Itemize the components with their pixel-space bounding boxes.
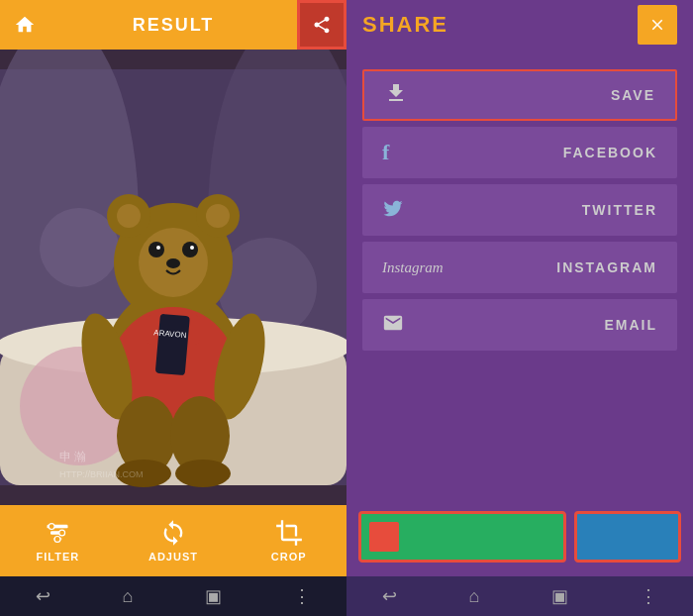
more-nav-icon-right[interactable]: ⋮ — [640, 585, 657, 607]
back-nav-icon-left[interactable]: ↩ — [36, 585, 50, 607]
adjust-toolbar-item[interactable]: ADJUST — [144, 519, 203, 563]
svg-point-11 — [117, 204, 141, 228]
svg-point-3 — [40, 208, 119, 287]
recent-nav-icon-left[interactable]: ▣ — [205, 585, 222, 607]
svg-text:申 瀚: 申 瀚 — [59, 450, 86, 463]
result-title: RESULT — [133, 15, 215, 36]
left-header: RESULT — [0, 0, 346, 50]
instagram-label: INSTAGRAM — [556, 259, 657, 275]
email-label: EMAIL — [604, 317, 657, 333]
crop-toolbar-item[interactable]: CROP — [259, 519, 319, 563]
save-icon — [384, 81, 414, 110]
bottom-buttons-area — [346, 497, 693, 576]
svg-point-27 — [175, 460, 231, 487]
svg-point-15 — [148, 242, 164, 257]
right-panel: SHARE SAVE f FACEBOOK — [346, 0, 693, 616]
home-nav-icon-left[interactable]: ⌂ — [122, 586, 133, 607]
email-icon — [382, 312, 412, 339]
svg-point-36 — [59, 530, 65, 536]
svg-point-16 — [182, 242, 198, 257]
svg-point-19 — [166, 258, 180, 268]
nav-bar-left: ↩ ⌂ ▣ ⋮ — [0, 576, 346, 616]
blue-action-button[interactable] — [574, 511, 681, 563]
instagram-menu-item[interactable]: Instagram INSTAGRAM — [362, 242, 677, 293]
svg-point-17 — [156, 246, 160, 250]
bottom-toolbar: FILTER ADJUST CROP — [0, 505, 346, 576]
back-nav-icon-right[interactable]: ↩ — [382, 585, 397, 607]
email-menu-item[interactable]: EMAIL — [362, 299, 677, 351]
save-label: SAVE — [611, 87, 655, 103]
instagram-icon: Instagram — [382, 259, 444, 276]
image-area: ARAVON 申 瀚 HTTP://BRIIAN.COM — [0, 50, 346, 505]
more-nav-icon-left[interactable]: ⋮ — [293, 585, 311, 607]
left-panel: RESULT — [0, 0, 346, 616]
green-action-button[interactable] — [358, 511, 566, 563]
svg-rect-28 — [155, 314, 190, 375]
facebook-label: FACEBOOK — [563, 145, 657, 160]
share-title: SHARE — [362, 12, 448, 38]
right-header: SHARE — [346, 0, 693, 50]
twitter-label: TWITTER — [582, 202, 657, 218]
facebook-icon: f — [382, 140, 412, 165]
home-nav-icon-right[interactable]: ⌂ — [468, 586, 479, 607]
twitter-menu-item[interactable]: TWITTER — [362, 184, 677, 236]
filter-toolbar-item[interactable]: FILTER — [28, 519, 87, 563]
svg-point-18 — [190, 246, 194, 250]
nav-bar-right: ↩ ⌂ ▣ ⋮ — [346, 576, 693, 616]
svg-text:HTTP://BRIIAN.COM: HTTP://BRIIAN.COM — [59, 469, 144, 479]
facebook-menu-item[interactable]: f FACEBOOK — [362, 127, 677, 178]
close-button[interactable] — [638, 5, 677, 45]
twitter-icon — [382, 197, 412, 224]
save-menu-item[interactable]: SAVE — [362, 69, 677, 121]
share-button[interactable] — [297, 0, 346, 50]
adjust-label: ADJUST — [148, 551, 198, 563]
filter-label: FILTER — [36, 551, 79, 563]
home-button[interactable] — [0, 0, 50, 50]
share-menu: SAVE f FACEBOOK TWITTER Instagram INSTAG… — [346, 50, 693, 497]
svg-point-13 — [206, 204, 230, 228]
recent-nav-icon-right[interactable]: ▣ — [551, 585, 568, 607]
crop-label: CROP — [271, 551, 307, 563]
svg-point-35 — [50, 524, 55, 530]
svg-point-37 — [54, 537, 60, 543]
